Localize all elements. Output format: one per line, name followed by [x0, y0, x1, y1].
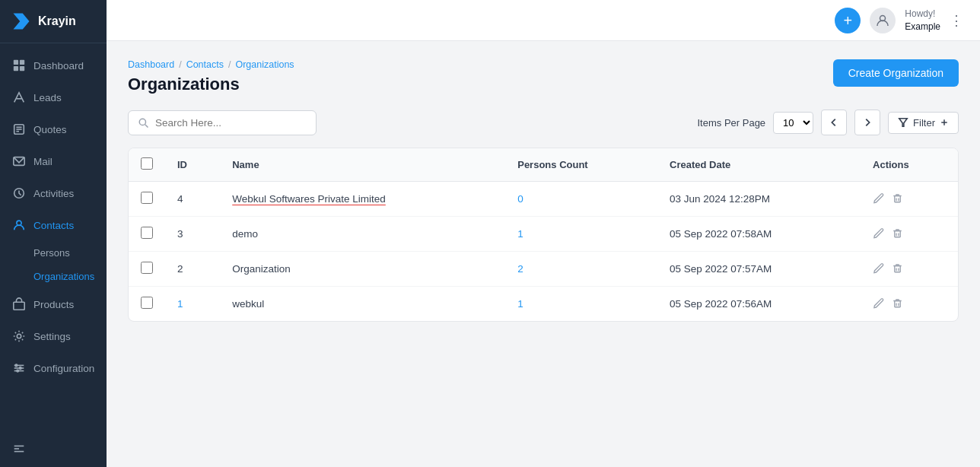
org-name[interactable]: webkul [232, 298, 264, 310]
svg-point-20 [17, 370, 19, 372]
sidebar-item-configuration[interactable]: Configuration [0, 352, 107, 384]
table-row: 1 webkul 1 05 Sep 2022 07:56AM [129, 287, 958, 322]
cell-created-date: 05 Sep 2022 07:58AM [657, 217, 861, 252]
sidebar-item-contacts-label: Contacts [33, 220, 74, 231]
chevron-right-icon [862, 117, 873, 128]
filter-icon [898, 117, 908, 128]
organizations-table: ID Name Persons Count Created Date Actio… [128, 148, 959, 322]
row-checkbox[interactable] [141, 227, 153, 239]
topbar-add-button[interactable]: + [835, 8, 861, 33]
col-created-date: Created Date [657, 148, 861, 182]
delete-icon[interactable] [892, 262, 903, 276]
collapse-icon [12, 442, 26, 456]
svg-marker-27 [899, 119, 908, 127]
filter-button[interactable]: Filter [888, 112, 959, 134]
products-icon [12, 297, 26, 311]
sidebar-item-leads[interactable]: Leads [0, 81, 107, 113]
main-content: + Howdy! Example ⋮ Dashboard / Contacts … [107, 0, 980, 467]
select-all-checkbox[interactable] [141, 157, 153, 170]
sidebar-item-contacts[interactable]: Contacts [0, 209, 107, 241]
filter-add-icon [940, 118, 949, 127]
org-name[interactable]: demo [232, 228, 258, 240]
table-row: 4 Webkul Softwares Private Limited 0 03 … [129, 182, 958, 217]
cell-persons-count: 2 [505, 252, 657, 287]
leads-icon [12, 91, 26, 104]
logo-text: Krayin [38, 14, 76, 28]
org-id: 4 [177, 193, 183, 205]
dashboard-icon [12, 59, 26, 72]
persons-count-link[interactable]: 1 [517, 228, 523, 240]
svg-point-18 [15, 364, 18, 367]
sidebar-item-dashboard[interactable]: Dashboard [0, 49, 107, 81]
cell-id: 3 [165, 217, 220, 252]
sidebar-item-settings[interactable]: Settings [0, 320, 107, 352]
col-name: Name [220, 148, 505, 182]
activities-icon [12, 186, 26, 200]
sidebar-item-quotes[interactable]: Quotes [0, 113, 107, 145]
sidebar-item-products[interactable]: Products [0, 288, 107, 320]
krayin-logo-icon [11, 11, 32, 32]
svg-rect-33 [895, 230, 901, 237]
filter-label: Filter [913, 117, 935, 129]
sidebar-collapse-btn[interactable] [0, 433, 107, 467]
org-name[interactable]: Organization [232, 263, 291, 275]
sidebar-item-activities[interactable]: Activities [0, 177, 107, 209]
cell-id: 4 [165, 182, 220, 217]
org-id-link[interactable]: 1 [177, 298, 183, 310]
create-organization-button[interactable]: Create Organization [833, 59, 959, 87]
edit-icon[interactable] [873, 227, 884, 241]
sidebar-navigation: Dashboard Leads Quotes Mail Activities C… [0, 43, 107, 433]
row-checkbox[interactable] [141, 192, 153, 204]
logo[interactable]: Krayin [0, 0, 107, 43]
breadcrumb-organizations[interactable]: Organizations [235, 59, 294, 70]
persons-count-link[interactable]: 0 [517, 193, 523, 205]
prev-page-button[interactable] [821, 110, 847, 135]
persons-count-link[interactable]: 2 [517, 263, 523, 275]
svg-rect-3 [14, 66, 18, 71]
cell-actions [861, 287, 958, 322]
topbar-howdy: Howdy! [905, 8, 940, 21]
sidebar-item-mail-label: Mail [33, 156, 52, 167]
cell-id: 2 [165, 252, 220, 287]
org-name[interactable]: Webkul Softwares Private Limited [232, 193, 386, 205]
persons-count-link[interactable]: 1 [517, 298, 523, 310]
topbar-more-button[interactable]: ⋮ [950, 12, 965, 29]
topbar: + Howdy! Example ⋮ [107, 0, 980, 41]
next-page-button[interactable] [854, 110, 880, 135]
cell-name: demo [220, 217, 505, 252]
sidebar-item-organizations[interactable]: Organizations [33, 265, 107, 288]
sidebar-item-persons-label: Persons [33, 247, 70, 259]
delete-icon[interactable] [892, 192, 903, 206]
breadcrumb-sep-2: / [228, 59, 231, 70]
sidebar-item-leads-label: Leads [33, 92, 62, 103]
row-checkbox[interactable] [141, 297, 153, 309]
edit-icon[interactable] [873, 262, 884, 276]
sidebar-item-persons[interactable]: Persons [33, 241, 107, 265]
col-id: ID [165, 148, 220, 182]
topbar-username: Example [905, 21, 940, 33]
avatar-icon [875, 13, 890, 28]
search-input[interactable] [155, 117, 307, 129]
cell-created-date: 05 Sep 2022 07:56AM [657, 287, 861, 322]
edit-icon[interactable] [873, 297, 884, 311]
cell-actions [861, 252, 958, 287]
row-checkbox[interactable] [141, 262, 153, 274]
topbar-user-info: Howdy! Example [905, 8, 940, 33]
breadcrumb-contacts[interactable]: Contacts [186, 59, 224, 70]
delete-icon[interactable] [892, 297, 903, 311]
edit-icon[interactable] [873, 192, 884, 206]
breadcrumb: Dashboard / Contacts / Organizations [128, 59, 294, 70]
sidebar: Krayin Dashboard Leads Quotes Mail Activ… [0, 0, 107, 467]
breadcrumb-sep-1: / [179, 59, 181, 70]
cell-created-date: 03 Jun 2024 12:28PM [657, 182, 861, 217]
chevron-left-icon [829, 117, 839, 128]
sidebar-item-activities-label: Activities [33, 188, 74, 199]
sidebar-item-mail[interactable]: Mail [0, 145, 107, 177]
svg-rect-1 [14, 60, 18, 65]
items-per-page-select[interactable]: 10 20 50 [773, 112, 813, 134]
org-id: 2 [177, 263, 183, 275]
cell-actions [861, 217, 958, 252]
breadcrumb-dashboard[interactable]: Dashboard [128, 59, 174, 70]
page-title: Organizations [128, 75, 294, 94]
delete-icon[interactable] [892, 227, 903, 241]
